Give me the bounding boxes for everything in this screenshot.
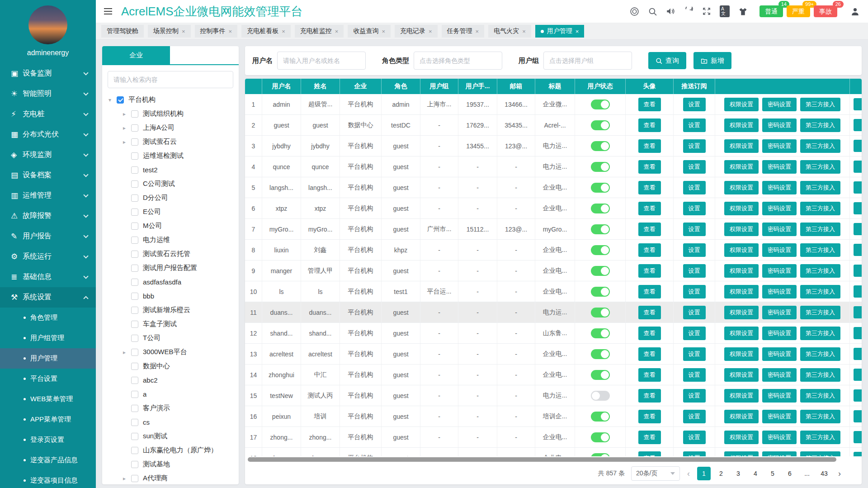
view-avatar-button[interactable]: 查看 (638, 202, 661, 215)
tree-item[interactable]: sun测试 (102, 429, 239, 443)
clipped-button[interactable] (854, 265, 862, 277)
view-avatar-button[interactable]: 查看 (638, 431, 661, 444)
push-subscribe-button[interactable]: 设置 (683, 431, 706, 444)
password-settings-button[interactable]: 密码设置 (762, 139, 797, 153)
role-filter-input[interactable] (414, 52, 502, 70)
tree-item[interactable]: 测试新增乐橙云 (102, 303, 239, 317)
support-icon[interactable] (629, 6, 639, 16)
horizontal-scrollbar[interactable] (248, 457, 836, 462)
view-avatar-button[interactable]: 查看 (638, 264, 661, 278)
password-settings-button[interactable]: 密码设置 (762, 181, 797, 194)
tree-item[interactable]: 客户演示 (102, 401, 239, 415)
tree-checkbox[interactable] (131, 293, 138, 300)
password-settings-button[interactable]: 密码设置 (762, 327, 797, 340)
tree-checkbox[interactable] (131, 405, 138, 412)
user-status-toggle[interactable] (591, 287, 610, 297)
password-settings-button[interactable]: 密码设置 (762, 160, 797, 174)
prev-page-button[interactable]: ‹ (686, 469, 691, 479)
third-party-access-button[interactable]: 第三方接入 (800, 306, 840, 319)
alarm-badge[interactable]: 严重 99+ (787, 5, 810, 17)
clipped-button[interactable] (854, 161, 862, 173)
user-status-toggle[interactable] (591, 266, 610, 276)
user-status-toggle[interactable] (591, 224, 610, 234)
password-settings-button[interactable]: 密码设置 (762, 389, 797, 403)
sidebar-subitem[interactable]: WEB菜单管理 (0, 389, 96, 409)
view-avatar-button[interactable]: 查看 (638, 285, 661, 298)
tree-checkbox[interactable] (131, 180, 138, 188)
user-status-toggle[interactable] (591, 99, 610, 109)
tree-expand-arrow-icon[interactable]: ▸ (123, 111, 131, 117)
tab[interactable]: 控制事件 × (195, 25, 238, 38)
tree-expand-arrow-icon[interactable]: ▸ (123, 349, 131, 355)
page-button[interactable]: 5 (766, 467, 779, 480)
next-page-button[interactable]: › (837, 469, 842, 479)
permission-settings-button[interactable]: 权限设置 (724, 160, 759, 174)
clipped-button[interactable] (854, 244, 862, 256)
password-settings-button[interactable]: 密码设置 (762, 368, 797, 382)
view-avatar-button[interactable]: 查看 (638, 327, 661, 340)
push-subscribe-button[interactable]: 设置 (683, 410, 706, 423)
permission-settings-button[interactable]: 权限设置 (724, 181, 759, 194)
user-status-toggle[interactable] (591, 349, 610, 359)
sidebar-subitem[interactable]: 平台设置 (0, 369, 96, 389)
tree-item[interactable]: ▸ A代理商 (102, 471, 239, 484)
sidebar-item[interactable]: ⚒ 系统设置 (0, 287, 96, 308)
close-icon[interactable]: × (476, 28, 479, 35)
password-settings-button[interactable]: 密码设置 (762, 410, 797, 423)
tree-item[interactable]: E公司 (102, 205, 239, 219)
sidebar-subitem[interactable]: 用户组管理 (0, 328, 96, 348)
user-status-toggle[interactable] (591, 183, 610, 193)
tree-checkbox[interactable] (131, 447, 138, 454)
tree-item[interactable]: a (102, 387, 239, 401)
tree-expand-arrow-icon[interactable]: ▸ (123, 475, 131, 482)
tree-search-input[interactable] (108, 71, 233, 88)
tab[interactable]: 场景控制 × (148, 25, 191, 38)
clipped-button[interactable] (854, 223, 862, 235)
view-avatar-button[interactable]: 查看 (638, 98, 661, 111)
close-icon[interactable]: × (282, 28, 285, 35)
view-avatar-button[interactable]: 查看 (638, 347, 661, 361)
tree-checkbox[interactable] (131, 279, 138, 286)
third-party-access-button[interactable]: 第三方接入 (800, 368, 840, 382)
add-button[interactable]: 新增 (693, 52, 731, 69)
sidebar-item[interactable]: ▤ 设备档案 (0, 165, 96, 185)
menu-icon[interactable] (104, 11, 112, 12)
view-avatar-button[interactable]: 查看 (638, 181, 661, 194)
view-avatar-button[interactable]: 查看 (638, 223, 661, 236)
user-status-toggle[interactable] (591, 120, 610, 130)
permission-settings-button[interactable]: 权限设置 (724, 327, 759, 340)
tab[interactable]: 电气火灾 × (488, 25, 531, 38)
close-icon[interactable]: × (576, 28, 579, 35)
tree-checkbox[interactable] (131, 363, 138, 370)
tree-item[interactable]: 电力运维 (102, 233, 239, 247)
tab[interactable]: 用户管理 × (535, 25, 585, 38)
password-settings-button[interactable]: 密码设置 (762, 451, 797, 457)
third-party-access-button[interactable]: 第三方接入 (800, 389, 840, 403)
view-avatar-button[interactable]: 查看 (638, 243, 661, 257)
tree-item[interactable]: 测试用户报告配置 (102, 261, 239, 275)
third-party-access-button[interactable]: 第三方接入 (800, 160, 840, 174)
tree-item[interactable]: M公司 (102, 219, 239, 233)
user-status-toggle[interactable] (591, 453, 610, 457)
third-party-access-button[interactable]: 第三方接入 (800, 327, 840, 340)
sidebar-item[interactable]: ⚠ 故障报警 (0, 206, 96, 226)
close-icon[interactable]: × (229, 28, 232, 35)
tree-checkbox[interactable] (131, 194, 138, 202)
search-button[interactable]: 查询 (648, 52, 686, 69)
permission-settings-button[interactable]: 权限设置 (724, 451, 759, 457)
sidebar-subitem[interactable]: 逆变器产品信息 (0, 450, 96, 470)
clipped-button[interactable] (854, 306, 862, 318)
user-status-toggle[interactable] (591, 141, 610, 151)
permission-settings-button[interactable]: 权限设置 (724, 347, 759, 361)
tree-item[interactable]: ▸ 测试萤石云 (102, 135, 239, 149)
tree-item[interactable]: abc2 (102, 373, 239, 387)
view-avatar-button[interactable]: 查看 (638, 451, 661, 457)
push-subscribe-button[interactable]: 设置 (683, 118, 706, 132)
permission-settings-button[interactable]: 权限设置 (724, 410, 759, 423)
tree-checkbox[interactable] (131, 475, 138, 482)
tree-item[interactable]: 测试基地 (102, 457, 239, 471)
view-avatar-button[interactable]: 查看 (638, 368, 661, 382)
tab[interactable]: 收益查询 × (348, 25, 391, 38)
close-icon[interactable]: × (429, 28, 432, 35)
clipped-button[interactable] (854, 98, 862, 110)
